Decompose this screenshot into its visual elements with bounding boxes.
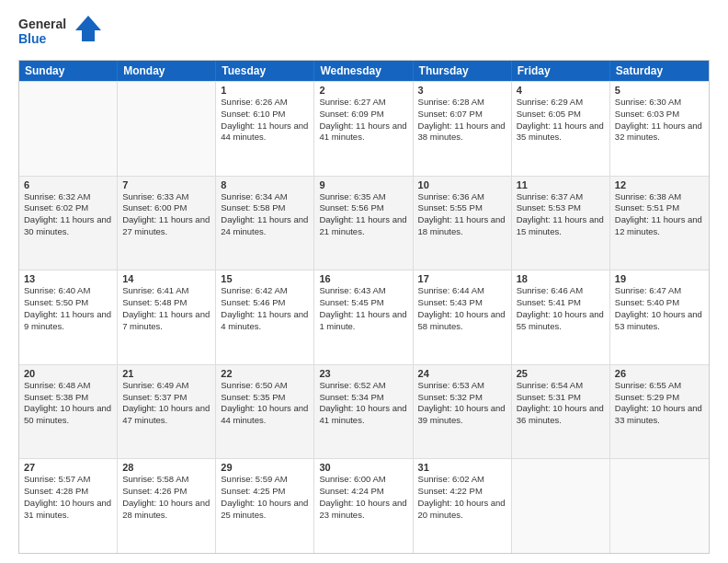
sunrise-text: Sunrise: 6:43 AM	[319, 285, 385, 295]
day-cell-25: 25 Sunrise: 6:54 AM Sunset: 5:31 PM Dayl…	[512, 365, 610, 459]
header-day-monday: Monday	[118, 61, 216, 81]
header-day-saturday: Saturday	[610, 61, 709, 81]
daylight-text: Daylight: 11 hours and 4 minutes.	[221, 309, 308, 331]
svg-text:Blue: Blue	[18, 31, 47, 46]
day-cell-18: 18 Sunrise: 6:46 AM Sunset: 5:41 PM Dayl…	[512, 270, 610, 364]
sunrise-text: Sunrise: 6:00 AM	[319, 474, 385, 484]
daylight-text: Daylight: 11 hours and 18 minutes.	[418, 214, 506, 236]
sunrise-text: Sunrise: 6:30 AM	[615, 97, 681, 107]
daylight-text: Daylight: 11 hours and 7 minutes.	[122, 309, 210, 331]
page: General Blue SundayMondayTuesdayWednesda…	[0, 0, 728, 563]
sunset-text: Sunset: 5:53 PM	[517, 202, 581, 213]
sunrise-text: Sunrise: 6:33 AM	[122, 191, 188, 201]
sunrise-text: Sunrise: 6:52 AM	[319, 380, 385, 390]
sunset-text: Sunset: 4:25 PM	[221, 486, 285, 496]
daylight-text: Daylight: 10 hours and 53 minutes.	[615, 309, 702, 331]
daylight-text: Daylight: 10 hours and 25 minutes.	[221, 498, 308, 520]
sunrise-text: Sunrise: 6:37 AM	[517, 191, 583, 201]
daylight-text: Daylight: 10 hours and 44 minutes.	[221, 403, 308, 425]
sunrise-text: Sunrise: 6:40 AM	[24, 285, 90, 295]
sunset-text: Sunset: 5:43 PM	[418, 297, 483, 307]
sunrise-text: Sunrise: 6:29 AM	[517, 97, 583, 107]
day-number: 20	[24, 368, 112, 379]
sunrise-text: Sunrise: 6:41 AM	[122, 285, 188, 295]
daylight-text: Daylight: 10 hours and 58 minutes.	[418, 309, 506, 331]
day-cell-28: 28 Sunrise: 5:58 AM Sunset: 4:26 PM Dayl…	[118, 459, 216, 553]
day-cell-26: 26 Sunrise: 6:55 AM Sunset: 5:29 PM Dayl…	[610, 365, 709, 459]
header-day-sunday: Sunday	[19, 61, 118, 81]
day-cell-22: 22 Sunrise: 6:50 AM Sunset: 5:35 PM Dayl…	[216, 365, 314, 459]
daylight-text: Daylight: 11 hours and 44 minutes.	[221, 121, 308, 143]
sunrise-text: Sunrise: 6:49 AM	[122, 380, 188, 390]
sunrise-text: Sunrise: 6:32 AM	[24, 191, 90, 201]
daylight-text: Daylight: 11 hours and 30 minutes.	[24, 214, 111, 236]
day-cell-29: 29 Sunrise: 5:59 AM Sunset: 4:25 PM Dayl…	[216, 459, 314, 553]
sunset-text: Sunset: 4:28 PM	[24, 486, 88, 496]
sunrise-text: Sunrise: 6:27 AM	[319, 97, 385, 107]
sunset-text: Sunset: 6:02 PM	[24, 202, 88, 213]
daylight-text: Daylight: 11 hours and 35 minutes.	[517, 121, 604, 143]
sunset-text: Sunset: 5:37 PM	[122, 392, 187, 402]
daylight-text: Daylight: 10 hours and 36 minutes.	[517, 403, 604, 425]
day-number: 27	[24, 462, 112, 473]
sunset-text: Sunset: 5:31 PM	[517, 392, 581, 402]
daylight-text: Daylight: 11 hours and 21 minutes.	[319, 214, 406, 236]
daylight-text: Daylight: 11 hours and 12 minutes.	[615, 214, 702, 236]
daylight-text: Daylight: 11 hours and 1 minute.	[319, 309, 406, 331]
week-row-1: 1 Sunrise: 6:26 AM Sunset: 6:10 PM Dayli…	[19, 81, 709, 176]
sunset-text: Sunset: 5:51 PM	[615, 202, 679, 213]
day-number: 1	[221, 85, 309, 96]
empty-cell	[512, 459, 610, 553]
day-number: 15	[221, 273, 309, 284]
header: General Blue	[18, 14, 710, 51]
day-number: 19	[615, 273, 704, 284]
sunrise-text: Sunrise: 6:50 AM	[221, 380, 287, 390]
sunset-text: Sunset: 5:46 PM	[221, 297, 285, 307]
svg-marker-2	[75, 16, 101, 41]
sunrise-text: Sunrise: 6:34 AM	[221, 191, 287, 201]
day-number: 21	[122, 368, 210, 379]
day-cell-15: 15 Sunrise: 6:42 AM Sunset: 5:46 PM Dayl…	[216, 270, 314, 364]
sunrise-text: Sunrise: 6:26 AM	[221, 97, 287, 107]
daylight-text: Daylight: 10 hours and 47 minutes.	[122, 403, 210, 425]
week-row-4: 20 Sunrise: 6:48 AM Sunset: 5:38 PM Dayl…	[19, 364, 709, 459]
sunrise-text: Sunrise: 6:47 AM	[615, 285, 681, 295]
day-number: 4	[517, 85, 605, 96]
day-cell-5: 5 Sunrise: 6:30 AM Sunset: 6:03 PM Dayli…	[610, 82, 709, 176]
day-cell-7: 7 Sunrise: 6:33 AM Sunset: 6:00 PM Dayli…	[118, 177, 216, 270]
sunset-text: Sunset: 6:09 PM	[319, 109, 383, 119]
day-cell-31: 31 Sunrise: 6:02 AM Sunset: 4:22 PM Dayl…	[414, 459, 512, 553]
sunrise-text: Sunrise: 5:58 AM	[122, 474, 188, 484]
sunset-text: Sunset: 5:38 PM	[24, 392, 88, 402]
sunset-text: Sunset: 5:55 PM	[418, 202, 483, 213]
sunset-text: Sunset: 5:50 PM	[24, 297, 88, 307]
day-number: 14	[122, 273, 210, 284]
sunset-text: Sunset: 6:05 PM	[517, 109, 581, 119]
day-number: 5	[615, 85, 704, 96]
day-number: 17	[418, 273, 506, 284]
header-day-thursday: Thursday	[414, 61, 512, 81]
calendar: SundayMondayTuesdayWednesdayThursdayFrid…	[18, 60, 710, 554]
sunset-text: Sunset: 5:34 PM	[319, 392, 383, 402]
sunrise-text: Sunrise: 6:35 AM	[319, 191, 385, 201]
day-cell-19: 19 Sunrise: 6:47 AM Sunset: 5:40 PM Dayl…	[610, 270, 709, 364]
day-cell-6: 6 Sunrise: 6:32 AM Sunset: 6:02 PM Dayli…	[19, 177, 118, 270]
week-row-3: 13 Sunrise: 6:40 AM Sunset: 5:50 PM Dayl…	[19, 270, 709, 364]
sunset-text: Sunset: 5:56 PM	[319, 202, 383, 213]
sunrise-text: Sunrise: 6:42 AM	[221, 285, 287, 295]
day-number: 24	[418, 368, 506, 379]
sunrise-text: Sunrise: 5:57 AM	[24, 474, 90, 484]
day-number: 11	[517, 179, 605, 190]
day-number: 28	[122, 462, 210, 473]
daylight-text: Daylight: 10 hours and 41 minutes.	[319, 403, 406, 425]
sunset-text: Sunset: 4:24 PM	[319, 486, 383, 496]
empty-cell	[19, 82, 118, 176]
day-number: 9	[319, 179, 407, 190]
sunrise-text: Sunrise: 6:53 AM	[418, 380, 484, 390]
day-cell-1: 1 Sunrise: 6:26 AM Sunset: 6:10 PM Dayli…	[216, 82, 314, 176]
header-day-friday: Friday	[512, 61, 610, 81]
daylight-text: Daylight: 10 hours and 39 minutes.	[418, 403, 506, 425]
day-cell-27: 27 Sunrise: 5:57 AM Sunset: 4:28 PM Dayl…	[19, 459, 118, 553]
week-row-5: 27 Sunrise: 5:57 AM Sunset: 4:28 PM Dayl…	[19, 458, 709, 553]
sunrise-text: Sunrise: 6:54 AM	[517, 380, 583, 390]
